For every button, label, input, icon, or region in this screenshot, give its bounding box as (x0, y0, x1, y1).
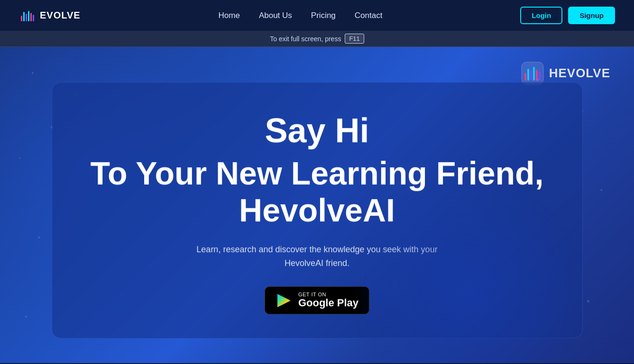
svg-rect-9 (530, 71, 532, 81)
nav-link-contact[interactable]: Contact (355, 11, 383, 20)
google-play-store-label: Google Play (298, 298, 358, 309)
nav-link-about[interactable]: About Us (259, 11, 292, 20)
svg-rect-0 (21, 16, 22, 21)
svg-rect-3 (28, 11, 29, 21)
evolve-logo-icon (19, 7, 36, 24)
hero-say-hi: Say Hi (265, 111, 369, 150)
svg-rect-7 (524, 73, 526, 81)
signup-button[interactable]: Signup (568, 7, 615, 24)
navbar-actions: Login Signup (520, 7, 615, 24)
google-play-text: GET IT ON Google Play (298, 292, 358, 309)
hero-tagline: To Your New Learning Friend, HevolveAI (91, 155, 544, 228)
nav-link-home[interactable]: Home (219, 11, 240, 20)
hero-description-line1: Learn, research and discover the knowled… (196, 245, 437, 254)
svg-rect-1 (23, 12, 25, 21)
svg-rect-10 (533, 67, 535, 81)
hero-watermark-text: HEVOLVE (549, 66, 610, 81)
nav-item-pricing[interactable]: Pricing (311, 11, 336, 20)
fullscreen-text: To exit full screen, press (270, 35, 341, 43)
navbar-logo[interactable]: EVOLVE (19, 7, 81, 24)
navbar-nav: Home About Us Pricing Contact (219, 11, 383, 20)
hero-section: HEVOLVE Say Hi To Your New Learning Frie… (0, 47, 634, 363)
svg-rect-4 (30, 13, 32, 21)
fullscreen-banner: To exit full screen, press F11 (0, 31, 634, 47)
hero-watermark-icon (521, 61, 544, 85)
hero-description: Learn, research and discover the knowled… (196, 243, 437, 270)
navbar: EVOLVE Home About Us Pricing Contact Log… (0, 0, 634, 31)
svg-rect-5 (33, 15, 34, 21)
nav-item-home[interactable]: Home (219, 11, 240, 20)
svg-rect-12 (539, 72, 541, 81)
hero-tagline-line2: HevolveAI (239, 192, 395, 228)
hero-card: Say Hi To Your New Learning Friend, Hevo… (52, 82, 583, 338)
hero-tagline-line1: To Your New Learning Friend, (91, 155, 544, 191)
nav-item-about[interactable]: About Us (259, 11, 292, 20)
svg-rect-2 (26, 14, 27, 21)
fullscreen-key: F11 (345, 34, 364, 44)
google-play-button[interactable]: GET IT ON Google Play (265, 287, 369, 314)
nav-item-contact[interactable]: Contact (355, 11, 383, 20)
nav-link-pricing[interactable]: Pricing (311, 11, 336, 20)
google-play-icon (276, 292, 293, 309)
svg-rect-11 (536, 70, 538, 81)
login-button[interactable]: Login (520, 7, 562, 24)
navbar-logo-text: EVOLVE (40, 10, 81, 21)
svg-rect-8 (527, 69, 529, 81)
hero-description-line2: HevolveAI friend. (285, 258, 349, 268)
hero-watermark: HEVOLVE (521, 61, 610, 85)
